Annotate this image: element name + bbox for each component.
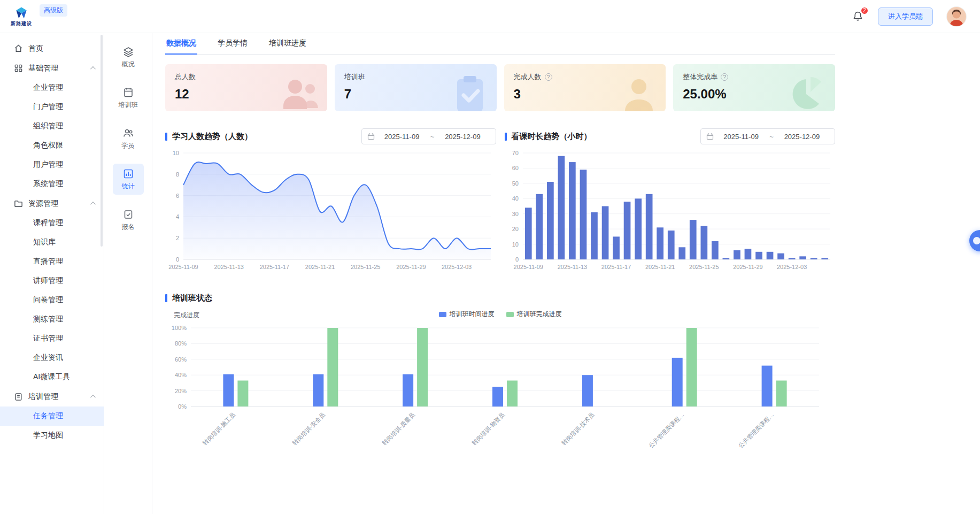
svg-text:2025-11-21: 2025-11-21 [645, 264, 674, 270]
end-date[interactable]: 2025-12-09 [775, 133, 829, 141]
svg-text:公共管理类课程…: 公共管理类课程… [647, 411, 685, 449]
sidebar-item-live-mgmt[interactable]: 直播管理 [0, 252, 104, 271]
sidebar-group-training-mgmt[interactable]: 培训管理 [0, 387, 104, 406]
user-avatar[interactable] [947, 7, 966, 26]
stat-value: 7 [344, 87, 487, 102]
chevron-up-icon [90, 395, 96, 400]
rail-item-statistics[interactable]: 统计 [113, 164, 144, 195]
svg-text:2025-11-25: 2025-11-25 [351, 264, 380, 270]
notification-count-badge: 2 [860, 6, 869, 15]
clipboard-icon [14, 392, 23, 401]
rail-item-overview[interactable]: 概况 [113, 42, 144, 73]
sidebar-group-resource-mgmt[interactable]: 资源管理 [0, 194, 104, 213]
chevron-up-icon [90, 66, 96, 72]
legend-completion-progress[interactable]: 培训班完成进度 [506, 310, 562, 319]
title-marker [165, 133, 167, 141]
sidebar-item-role-perms[interactable]: 角色权限 [0, 136, 104, 155]
svg-text:公共管理类课程…: 公共管理类课程… [737, 411, 775, 449]
legend-swatch [439, 312, 446, 317]
students-icon [123, 128, 134, 139]
student-portal-button[interactable]: 进入学员端 [878, 7, 933, 26]
help-icon[interactable] [545, 73, 552, 81]
sidebar-item-label: 首页 [28, 44, 43, 53]
svg-text:转岗培训-安全员: 转岗培训-安全员 [291, 411, 326, 447]
tab-student-progress[interactable]: 学员学情 [217, 33, 249, 55]
tab-class-progress[interactable]: 培训班进度 [268, 33, 307, 55]
svg-text:0%: 0% [178, 403, 187, 410]
end-date[interactable]: 2025-12-09 [435, 133, 490, 141]
chart-title: 看课时长趋势（小时） [512, 132, 592, 142]
grid-icon [14, 64, 23, 73]
svg-text:70: 70 [512, 150, 518, 156]
class-status-chart: 0%20%40%60%80%100%转岗培训-施工员转岗培训-安全员转岗培训-质… [165, 324, 835, 459]
sidebar-item-lecturer-mgmt[interactable]: 讲师管理 [0, 271, 104, 290]
plan-badge: 高级版 [40, 4, 67, 17]
sidebar-item-enterprise-mgmt[interactable]: 企业管理 [0, 78, 104, 97]
brand-logo[interactable]: 新路建设 [11, 6, 32, 27]
chart-icon [123, 168, 134, 179]
layers-icon [123, 47, 134, 57]
avatar-image [947, 7, 966, 26]
svg-text:10: 10 [512, 241, 518, 248]
sidebar-item-system-mgmt[interactable]: 系统管理 [0, 174, 104, 194]
sidebar-item-corp-news[interactable]: 企业资讯 [0, 348, 104, 367]
svg-text:2025-11-13: 2025-11-13 [557, 264, 587, 270]
primary-sidebar: 首页 基础管理 企业管理 门户管理 组织管理 角色权限 用户管理 系统管理 资源… [0, 33, 104, 514]
svg-text:转岗培训-物资员: 转岗培训-物资员 [470, 411, 506, 447]
sidebar-group-basic-mgmt[interactable]: 基础管理 [0, 58, 104, 78]
main-content: 数据概况 学员学情 培训班进度 总人数 12 培训班 7 完成人数 3 [152, 33, 980, 514]
svg-text:2025-11-09: 2025-11-09 [513, 264, 543, 270]
svg-text:2025-11-25: 2025-11-25 [689, 264, 719, 270]
legend-time-progress[interactable]: 培训班时间进度 [439, 310, 495, 319]
date-range-picker[interactable]: 2025-11-09 ~ 2025-12-09 [361, 128, 496, 144]
sidebar-item-home[interactable]: 首页 [0, 39, 104, 58]
rail-item-signup[interactable]: 报名 [113, 204, 144, 235]
start-date[interactable]: 2025-11-09 [375, 133, 429, 141]
svg-text:2025-11-17: 2025-11-17 [260, 264, 289, 270]
svg-text:6: 6 [176, 193, 179, 199]
sidebar-item-certificate-mgmt[interactable]: 证书管理 [0, 329, 104, 348]
start-date[interactable]: 2025-11-09 [714, 133, 768, 141]
sidebar-item-portal-mgmt[interactable]: 门户管理 [0, 97, 104, 117]
logo-icon [13, 6, 30, 20]
watch-duration-panel: 看课时长趋势（小时） 2025-11-09 ~ 2025-12-09 01020… [505, 127, 836, 275]
sidebar-item-survey-mgmt[interactable]: 问卷管理 [0, 290, 104, 310]
notebook-icon [123, 87, 134, 98]
help-icon[interactable] [721, 73, 728, 81]
sidebar-item-user-mgmt[interactable]: 用户管理 [0, 155, 104, 174]
svg-text:转岗培训-质量员: 转岗培训-质量员 [381, 411, 416, 447]
rail-item-training-class[interactable]: 培训班 [113, 82, 144, 113]
sidebar-item-practice-mgmt[interactable]: 测练管理 [0, 310, 104, 329]
sidebar-group-label: 基础管理 [28, 64, 58, 73]
date-range-picker[interactable]: 2025-11-09 ~ 2025-12-09 [700, 128, 835, 144]
notification-bell[interactable]: 2 [852, 10, 864, 23]
chevron-up-icon [90, 202, 96, 207]
sidebar-item-org-mgmt[interactable]: 组织管理 [0, 117, 104, 136]
sidebar-scrollbar[interactable] [101, 35, 103, 247]
svg-text:4: 4 [176, 213, 179, 220]
svg-text:2025-11-29: 2025-11-29 [396, 264, 426, 270]
y-axis-label: 完成进度 [174, 311, 199, 320]
sidebar-item-learning-map[interactable]: 学习地图 [0, 426, 104, 445]
svg-text:20%: 20% [175, 388, 187, 394]
sidebar-item-task-mgmt[interactable]: 任务管理 [0, 406, 104, 426]
svg-text:2025-12-03: 2025-12-03 [442, 264, 472, 270]
svg-text:0: 0 [176, 256, 179, 263]
svg-text:10: 10 [173, 150, 179, 156]
svg-text:20: 20 [512, 226, 518, 232]
rail-item-students[interactable]: 学员 [113, 123, 144, 154]
svg-text:2025-11-17: 2025-11-17 [601, 264, 630, 270]
tab-data-overview[interactable]: 数据概况 [165, 33, 197, 55]
stat-card-total-people: 总人数 12 [165, 64, 327, 111]
svg-text:2025-11-13: 2025-11-13 [214, 264, 243, 270]
sidebar-item-course-mgmt[interactable]: 课程管理 [0, 213, 104, 233]
sidebar-item-knowledge-base[interactable]: 知识库 [0, 233, 104, 252]
sidebar-group-label: 资源管理 [28, 199, 58, 209]
stat-card-training-classes: 培训班 7 [335, 64, 497, 111]
stat-value: 3 [514, 87, 657, 102]
sidebar-item-ai-microcourse[interactable]: AI微课工具 [0, 367, 104, 387]
title-marker [165, 294, 167, 302]
learning-trend-panel: 学习人数趋势（人数） 2025-11-09 ~ 2025-12-09 02468… [165, 127, 496, 275]
svg-text:80%: 80% [175, 340, 187, 347]
stat-card-completed-people: 完成人数 3 [504, 64, 666, 111]
